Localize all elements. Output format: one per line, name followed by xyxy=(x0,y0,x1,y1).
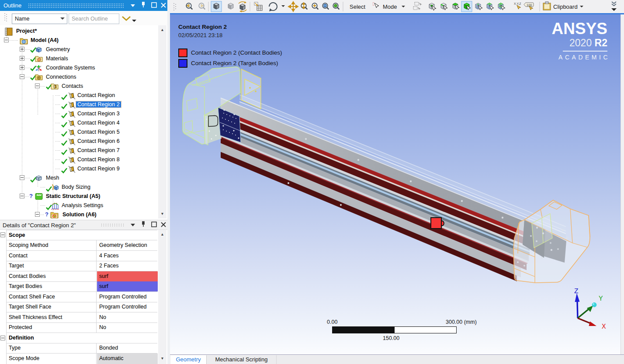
svg-text:Y: Y xyxy=(599,295,603,303)
svg-text:Z: Z xyxy=(574,288,579,295)
svg-text:X,Y,Z: X,Y,Z xyxy=(514,2,521,5)
svg-text:Clipboard: Clipboard xyxy=(553,3,578,10)
svg-text:X: X xyxy=(602,323,606,331)
svg-text:Mode: Mode xyxy=(383,3,397,10)
svg-text:Select: Select xyxy=(350,3,366,10)
